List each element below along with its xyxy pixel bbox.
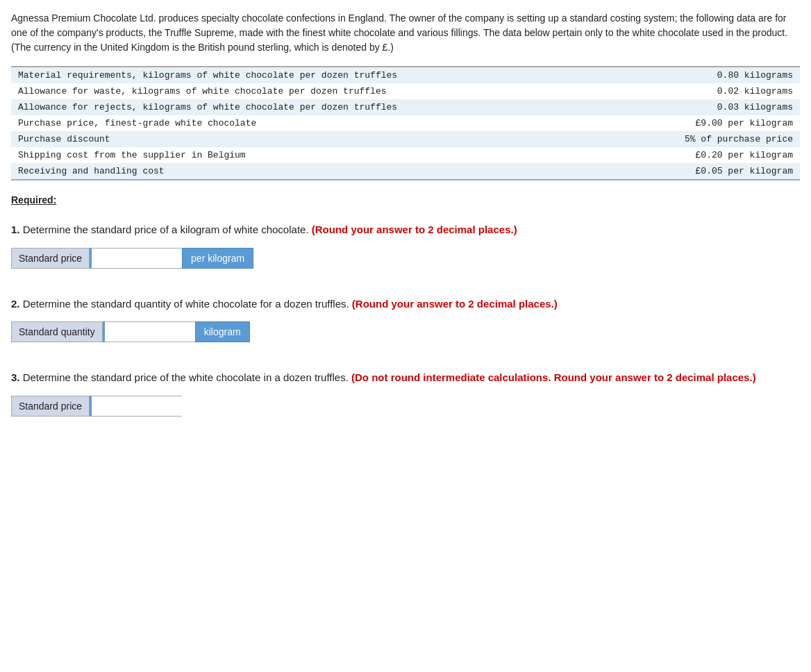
table-cell-value: 0.80 kilograms — [485, 67, 800, 83]
question-text-1: 1. Determine the standard price of a kil… — [11, 222, 800, 238]
table-row: Material requirements, kilograms of whit… — [11, 67, 800, 83]
required-section: Required: — [11, 194, 800, 205]
table-cell-label: Allowance for rejects, kilograms of whit… — [11, 99, 485, 115]
table-cell-label: Allowance for waste, kilograms of white … — [11, 83, 485, 99]
answer-input-2[interactable] — [105, 321, 195, 342]
question-text-2: 2. Determine the standard quantity of wh… — [11, 296, 800, 312]
table-cell-value: 5% of purchase price — [485, 131, 800, 147]
answer-label-3: Standard price — [11, 396, 90, 417]
table-row: Purchase discount 5% of purchase price — [11, 131, 800, 147]
answer-unit-1: per kilogram — [182, 248, 253, 269]
highlight-text-3: (Do not round intermediate calculations.… — [351, 371, 756, 383]
highlight-text-1: (Round your answer to 2 decimal places.) — [312, 224, 517, 235]
question-block-1: 1. Determine the standard price of a kil… — [11, 222, 800, 269]
answer-row-1: Standard priceper kilogram — [11, 248, 289, 269]
answer-input-1[interactable] — [92, 248, 182, 269]
table-row: Receiving and handling cost £0.05 per ki… — [11, 163, 800, 180]
table-cell-label: Material requirements, kilograms of whit… — [11, 67, 485, 83]
table-row: Shipping cost from the supplier in Belgi… — [11, 147, 800, 163]
answer-label-2: Standard quantity — [11, 321, 103, 342]
answer-unit-2: kilogram — [195, 321, 250, 342]
table-cell-value: 0.03 kilograms — [485, 99, 800, 115]
table-row: Purchase price, finest-grade white choco… — [11, 115, 800, 131]
question-text-3: 3. Determine the standard price of the w… — [11, 370, 800, 386]
intro-text: Agnessa Premium Chocolate Ltd. produces … — [11, 11, 800, 55]
table-cell-label: Purchase discount — [11, 131, 485, 147]
table-row: Allowance for rejects, kilograms of whit… — [11, 99, 800, 115]
answer-label-1: Standard price — [11, 248, 90, 269]
table-cell-value: 0.02 kilograms — [485, 83, 800, 99]
table-cell-label: Receiving and handling cost — [11, 163, 485, 180]
table-cell-label: Shipping cost from the supplier in Belgi… — [11, 147, 485, 163]
answer-input-3[interactable] — [92, 396, 182, 417]
table-row: Allowance for waste, kilograms of white … — [11, 83, 800, 99]
table-cell-value: £0.05 per kilogram — [485, 163, 800, 180]
required-label: Required: — [11, 194, 800, 205]
table-cell-value: £0.20 per kilogram — [485, 147, 800, 163]
table-cell-value: £9.00 per kilogram — [485, 115, 800, 131]
highlight-text-2: (Round your answer to 2 decimal places.) — [352, 298, 558, 310]
question-block-3: 3. Determine the standard price of the w… — [11, 370, 800, 417]
data-table: Material requirements, kilograms of whit… — [11, 66, 800, 180]
answer-row-3: Standard price — [11, 396, 233, 417]
table-cell-label: Purchase price, finest-grade white choco… — [11, 115, 485, 131]
answer-row-2: Standard quantitykilogram — [11, 321, 289, 342]
question-block-2: 2. Determine the standard quantity of wh… — [11, 296, 800, 343]
